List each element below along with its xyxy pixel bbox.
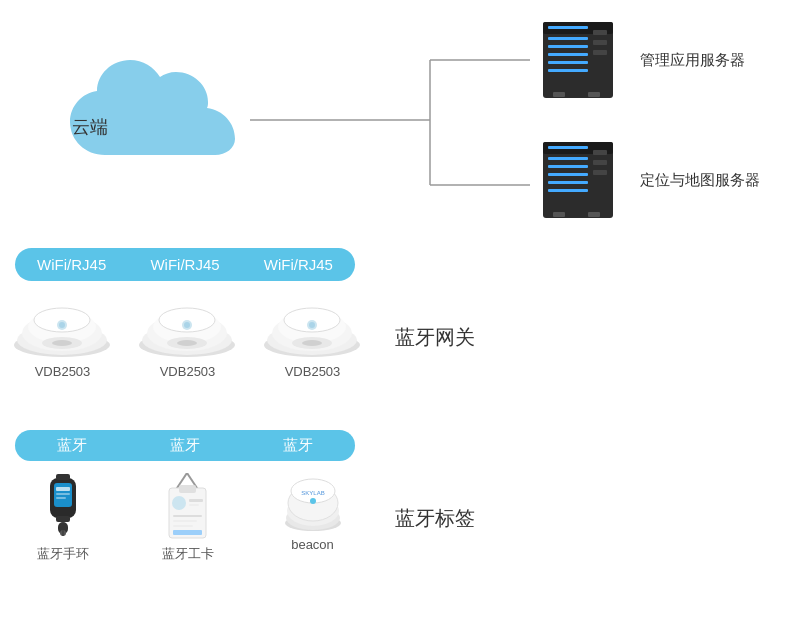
wifi-item-1: WiFi/RJ45	[15, 254, 128, 275]
gateway-icon-3	[260, 295, 365, 360]
beacon-icon: SKYLAB	[283, 473, 343, 533]
cloud-label: 云端	[72, 115, 108, 139]
gateway-label-2: VDB2503	[160, 364, 216, 379]
svg-point-47	[184, 322, 190, 328]
svg-rect-21	[548, 165, 588, 168]
bt-item-1: 蓝牙	[15, 436, 128, 455]
idcard-icon	[165, 473, 210, 541]
svg-point-38	[59, 322, 65, 328]
svg-rect-59	[56, 487, 70, 491]
svg-rect-11	[548, 69, 588, 72]
svg-rect-77	[173, 530, 202, 535]
bracelet-label: 蓝牙手环	[37, 545, 89, 563]
svg-rect-23	[548, 181, 588, 184]
svg-point-84	[310, 498, 316, 504]
svg-rect-27	[593, 170, 607, 175]
svg-rect-6	[548, 26, 588, 29]
svg-rect-72	[189, 499, 203, 502]
gateway-label-1: VDB2503	[35, 364, 91, 379]
bt-item-3: 蓝牙	[242, 436, 355, 455]
bracelet-icon	[38, 473, 88, 541]
tag-device-beacon: SKYLAB beacon	[260, 473, 365, 563]
svg-rect-26	[593, 160, 607, 165]
server-area: 管理应用服务器 定位与地图服务器	[538, 20, 760, 220]
gateway-icon-1	[10, 295, 115, 360]
svg-rect-60	[56, 493, 70, 495]
svg-rect-62	[56, 516, 70, 522]
svg-rect-74	[173, 515, 202, 517]
svg-rect-13	[593, 40, 607, 45]
svg-rect-64	[56, 474, 70, 480]
svg-rect-61	[56, 497, 66, 499]
svg-rect-14	[593, 50, 607, 55]
svg-rect-28	[553, 212, 565, 217]
gateway-devices: VDB2503 VDB2503	[10, 295, 365, 379]
wifi-bar: WiFi/RJ45 WiFi/RJ45 WiFi/RJ45	[15, 248, 355, 281]
svg-rect-8	[548, 45, 588, 48]
idcard-label: 蓝牙工卡	[162, 545, 214, 563]
server-label-1: 管理应用服务器	[640, 51, 745, 70]
server-item-2: 定位与地图服务器	[538, 140, 760, 220]
tag-title: 蓝牙标签	[395, 505, 475, 532]
svg-rect-75	[173, 520, 197, 522]
gateway-device-3: VDB2503	[260, 295, 365, 379]
tag-section: 蓝牙手环 蓝牙工卡	[10, 473, 475, 563]
svg-point-36	[52, 340, 72, 346]
svg-rect-19	[548, 146, 588, 149]
svg-point-56	[309, 322, 315, 328]
svg-point-71	[172, 496, 186, 510]
gateway-device-2: VDB2503	[135, 295, 240, 379]
tag-devices: 蓝牙手环 蓝牙工卡	[10, 473, 365, 563]
svg-rect-10	[548, 61, 588, 64]
beacon-label: beacon	[291, 537, 334, 552]
svg-point-45	[177, 340, 197, 346]
server-icon-2	[538, 140, 628, 220]
server-icon-1	[538, 20, 628, 100]
bt-item-2: 蓝牙	[128, 436, 241, 455]
wifi-item-3: WiFi/RJ45	[242, 254, 355, 275]
svg-rect-7	[548, 37, 588, 40]
gateway-section: VDB2503 VDB2503	[10, 295, 475, 379]
svg-rect-29	[588, 212, 600, 217]
gateway-label-3: VDB2503	[285, 364, 341, 379]
gateway-icon-2	[135, 295, 240, 360]
svg-rect-22	[548, 173, 588, 176]
svg-rect-24	[548, 189, 588, 192]
gateway-device-1: VDB2503	[10, 295, 115, 379]
svg-rect-20	[548, 157, 588, 160]
server-item-1: 管理应用服务器	[538, 20, 760, 100]
svg-rect-16	[588, 92, 600, 97]
svg-rect-73	[189, 504, 199, 506]
svg-text:SKYLAB: SKYLAB	[301, 490, 324, 496]
bt-bar: 蓝牙 蓝牙 蓝牙	[15, 430, 355, 461]
svg-rect-70	[179, 485, 196, 493]
tag-device-idcard: 蓝牙工卡	[135, 473, 240, 563]
svg-rect-12	[593, 30, 607, 35]
svg-point-54	[302, 340, 322, 346]
gateway-title: 蓝牙网关	[395, 324, 475, 351]
svg-rect-25	[593, 150, 607, 155]
wifi-item-2: WiFi/RJ45	[128, 254, 241, 275]
server-label-2: 定位与地图服务器	[640, 171, 760, 190]
svg-rect-15	[553, 92, 565, 97]
tag-device-bracelet: 蓝牙手环	[10, 473, 115, 563]
svg-rect-9	[548, 53, 588, 56]
svg-rect-66	[62, 530, 64, 536]
svg-rect-76	[173, 525, 193, 527]
